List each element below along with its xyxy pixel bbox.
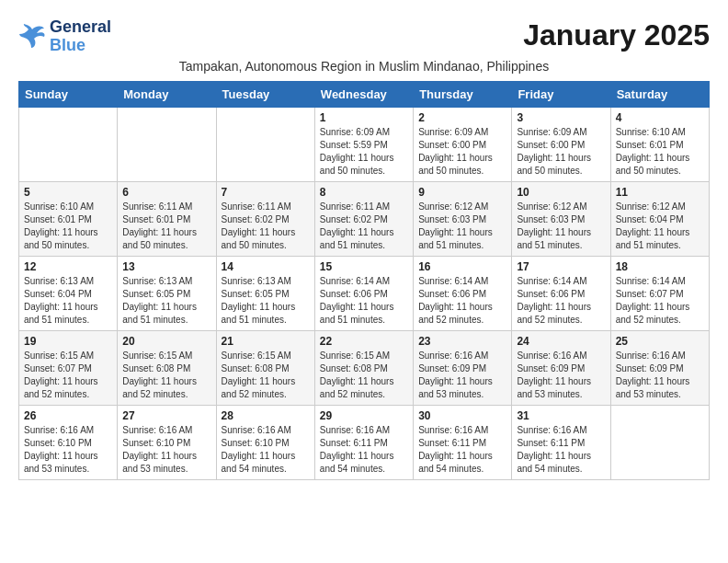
day-info: Sunrise: 6:13 AMSunset: 6:05 PMDaylight:… [122, 275, 210, 327]
calendar-cell: 18Sunrise: 6:14 AMSunset: 6:07 PMDayligh… [610, 256, 709, 330]
day-info: Sunrise: 6:16 AMSunset: 6:09 PMDaylight:… [418, 350, 506, 401]
day-number: 7 [222, 186, 310, 199]
day-number: 3 [517, 111, 605, 124]
calendar-cell: 15Sunrise: 6:14 AMSunset: 6:06 PMDayligh… [314, 256, 413, 330]
calendar-subtitle: Tampakan, Autonomous Region in Muslim Mi… [18, 59, 710, 74]
day-number: 6 [122, 186, 210, 199]
day-info: Sunrise: 6:12 AMSunset: 6:03 PMDaylight:… [517, 201, 605, 252]
day-info: Sunrise: 6:11 AMSunset: 6:01 PMDaylight:… [122, 201, 210, 252]
day-number: 23 [418, 335, 506, 348]
calendar-cell: 20Sunrise: 6:15 AMSunset: 6:08 PMDayligh… [118, 330, 216, 405]
day-number: 9 [418, 186, 506, 199]
day-number: 16 [418, 260, 506, 273]
day-info: Sunrise: 6:11 AMSunset: 6:02 PMDaylight:… [320, 201, 408, 252]
day-number: 11 [616, 186, 704, 199]
calendar-cell: 7Sunrise: 6:11 AMSunset: 6:02 PMDaylight… [216, 181, 314, 256]
day-info: Sunrise: 6:16 AMSunset: 6:11 PMDaylight:… [517, 424, 605, 476]
day-number: 1 [320, 111, 408, 124]
calendar-cell: 23Sunrise: 6:16 AMSunset: 6:09 PMDayligh… [414, 330, 512, 405]
calendar-cell: 31Sunrise: 6:16 AMSunset: 6:11 PMDayligh… [512, 405, 610, 479]
weekday-header-thursday: Thursday [414, 81, 512, 107]
day-info: Sunrise: 6:13 AMSunset: 6:04 PMDaylight:… [24, 275, 112, 327]
day-number: 26 [24, 409, 112, 422]
calendar-cell: 9Sunrise: 6:12 AMSunset: 6:03 PMDaylight… [414, 181, 512, 256]
day-number: 14 [222, 260, 310, 273]
day-number: 18 [616, 260, 704, 273]
day-info: Sunrise: 6:09 AMSunset: 6:00 PMDaylight:… [517, 126, 605, 178]
day-number: 28 [222, 409, 310, 422]
day-info: Sunrise: 6:16 AMSunset: 6:11 PMDaylight:… [320, 424, 408, 476]
day-number: 13 [122, 260, 210, 273]
day-number: 2 [418, 111, 506, 124]
day-info: Sunrise: 6:12 AMSunset: 6:03 PMDaylight:… [418, 201, 506, 252]
calendar-cell: 24Sunrise: 6:16 AMSunset: 6:09 PMDayligh… [512, 330, 610, 405]
day-info: Sunrise: 6:15 AMSunset: 6:07 PMDaylight:… [24, 350, 112, 401]
day-info: Sunrise: 6:16 AMSunset: 6:10 PMDaylight:… [222, 424, 310, 476]
calendar-cell: 21Sunrise: 6:15 AMSunset: 6:08 PMDayligh… [216, 330, 314, 405]
calendar-cell: 3Sunrise: 6:09 AMSunset: 6:00 PMDaylight… [512, 107, 610, 181]
day-number: 22 [320, 335, 408, 348]
calendar-cell: 11Sunrise: 6:12 AMSunset: 6:04 PMDayligh… [610, 181, 709, 256]
day-info: Sunrise: 6:16 AMSunset: 6:09 PMDaylight:… [517, 350, 605, 401]
day-info: Sunrise: 6:14 AMSunset: 6:07 PMDaylight:… [616, 275, 704, 327]
day-number: 19 [24, 335, 112, 348]
calendar-cell [19, 107, 118, 181]
calendar-cell [118, 107, 216, 181]
day-number: 25 [616, 335, 704, 348]
day-number: 8 [320, 186, 408, 199]
day-info: Sunrise: 6:14 AMSunset: 6:06 PMDaylight:… [517, 275, 605, 327]
calendar-cell: 19Sunrise: 6:15 AMSunset: 6:07 PMDayligh… [19, 330, 118, 405]
calendar-cell: 22Sunrise: 6:15 AMSunset: 6:08 PMDayligh… [314, 330, 413, 405]
calendar-cell: 2Sunrise: 6:09 AMSunset: 6:00 PMDaylight… [414, 107, 512, 181]
day-info: Sunrise: 6:15 AMSunset: 6:08 PMDaylight:… [122, 350, 210, 401]
day-number: 29 [320, 409, 408, 422]
day-number: 15 [320, 260, 408, 273]
day-number: 21 [222, 335, 310, 348]
logo-text: General Blue [50, 18, 111, 55]
day-number: 4 [616, 111, 704, 124]
weekday-header-wednesday: Wednesday [314, 81, 413, 107]
calendar-cell: 5Sunrise: 6:10 AMSunset: 6:01 PMDaylight… [19, 181, 118, 256]
day-number: 27 [122, 409, 210, 422]
calendar-cell [610, 405, 709, 479]
calendar-cell: 26Sunrise: 6:16 AMSunset: 6:10 PMDayligh… [19, 405, 118, 479]
weekday-header-sunday: Sunday [19, 81, 118, 107]
calendar-cell: 17Sunrise: 6:14 AMSunset: 6:06 PMDayligh… [512, 256, 610, 330]
day-info: Sunrise: 6:10 AMSunset: 6:01 PMDaylight:… [616, 126, 704, 178]
calendar-cell [216, 107, 314, 181]
day-info: Sunrise: 6:09 AMSunset: 5:59 PMDaylight:… [320, 126, 408, 178]
calendar-cell: 13Sunrise: 6:13 AMSunset: 6:05 PMDayligh… [118, 256, 216, 330]
day-info: Sunrise: 6:13 AMSunset: 6:05 PMDaylight:… [222, 275, 310, 327]
calendar-cell: 16Sunrise: 6:14 AMSunset: 6:06 PMDayligh… [414, 256, 512, 330]
day-info: Sunrise: 6:10 AMSunset: 6:01 PMDaylight:… [24, 201, 112, 252]
calendar-cell: 6Sunrise: 6:11 AMSunset: 6:01 PMDaylight… [118, 181, 216, 256]
day-info: Sunrise: 6:14 AMSunset: 6:06 PMDaylight:… [418, 275, 506, 327]
day-number: 20 [122, 335, 210, 348]
day-info: Sunrise: 6:15 AMSunset: 6:08 PMDaylight:… [320, 350, 408, 401]
day-info: Sunrise: 6:16 AMSunset: 6:09 PMDaylight:… [616, 350, 704, 401]
calendar-cell: 1Sunrise: 6:09 AMSunset: 5:59 PMDaylight… [314, 107, 413, 181]
calendar-title: January 2025 [523, 18, 710, 52]
day-number: 5 [24, 186, 112, 199]
calendar-cell: 14Sunrise: 6:13 AMSunset: 6:05 PMDayligh… [216, 256, 314, 330]
logo: General Blue [18, 18, 111, 55]
header-section: General Blue January 2025 [18, 18, 710, 55]
day-info: Sunrise: 6:12 AMSunset: 6:04 PMDaylight:… [616, 201, 704, 252]
day-info: Sunrise: 6:15 AMSunset: 6:08 PMDaylight:… [222, 350, 310, 401]
day-info: Sunrise: 6:16 AMSunset: 6:10 PMDaylight:… [24, 424, 112, 476]
weekday-header-monday: Monday [118, 81, 216, 107]
calendar-cell: 27Sunrise: 6:16 AMSunset: 6:10 PMDayligh… [118, 405, 216, 479]
calendar-cell: 10Sunrise: 6:12 AMSunset: 6:03 PMDayligh… [512, 181, 610, 256]
day-number: 12 [24, 260, 112, 273]
day-number: 30 [418, 409, 506, 422]
calendar-cell: 4Sunrise: 6:10 AMSunset: 6:01 PMDaylight… [610, 107, 709, 181]
calendar-cell: 29Sunrise: 6:16 AMSunset: 6:11 PMDayligh… [314, 405, 413, 479]
calendar-cell: 30Sunrise: 6:16 AMSunset: 6:11 PMDayligh… [414, 405, 512, 479]
calendar-cell: 12Sunrise: 6:13 AMSunset: 6:04 PMDayligh… [19, 256, 118, 330]
weekday-header-tuesday: Tuesday [216, 81, 314, 107]
calendar-table: SundayMondayTuesdayWednesdayThursdayFrid… [18, 81, 710, 480]
day-info: Sunrise: 6:16 AMSunset: 6:11 PMDaylight:… [418, 424, 506, 476]
day-number: 10 [517, 186, 605, 199]
calendar-cell: 8Sunrise: 6:11 AMSunset: 6:02 PMDaylight… [314, 181, 413, 256]
calendar-cell: 28Sunrise: 6:16 AMSunset: 6:10 PMDayligh… [216, 405, 314, 479]
